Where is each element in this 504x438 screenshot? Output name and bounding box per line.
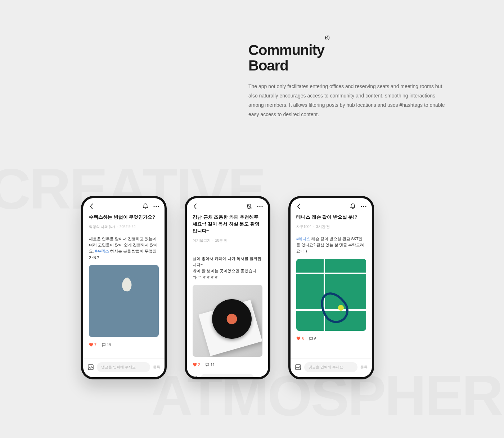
phone-mockups: 수펙스하는 방법이 무엇인가요? 익명의 사과 (나)·2022.9.24 새로… [81,196,374,379]
svg-point-5 [257,206,258,207]
post-time: 2022.9.24 [120,225,136,229]
page-title: Community(4) Board [248,42,450,73]
post-time: 20분 전 [215,238,228,242]
title-superscript: (4) [325,35,329,40]
post-meta: 익명의 사과 (나)·2022.9.24 [89,224,159,229]
heart-icon [89,343,93,347]
comment-bar: 댓글을 입력해 주세요. 등록 [83,358,165,377]
heading-block: Community(4) Board The app not only faci… [248,42,450,119]
comment-icon [205,362,210,367]
post-time: 3시간 전 [316,225,330,229]
post-title: 테니스 레슨 같이 받으실 분!? [296,214,366,221]
phone-mockup: 수펙스하는 방법이 무엇인가요? 익명의 사과 (나)·2022.9.24 새로… [81,196,167,379]
post-body: 날이 좋아서 카페에 나가 독서를 할까합니다~ 밖이 잘 보이는 곳이였으면 … [193,250,262,281]
phone-screen: 수펙스하는 방법이 무엇인가요? 익명의 사과 (나)·2022.9.24 새로… [83,198,165,377]
top-bar [187,198,268,213]
bell-off-icon [246,203,252,210]
like-button[interactable]: 2 [193,362,200,367]
more-button[interactable] [257,203,263,210]
svg-point-7 [262,206,263,207]
post-author: 익명의 사과 (나) [89,225,115,229]
image-icon [87,364,94,370]
comment-count: 19 [107,343,111,347]
comment-icon [102,343,106,347]
like-button[interactable]: 7 [89,343,96,347]
attach-image-button[interactable] [295,364,301,370]
comment-button[interactable]: 6 [309,337,316,341]
post-reactions: 2 11 [193,360,262,370]
post-content: 테니스 레슨 같이 받으실 분!? 자두1004·3시간 전 #테니스 레슨 같… [291,213,372,344]
chevron-left-icon [193,204,197,209]
submit-button[interactable]: 등록 [360,365,368,370]
svg-point-11 [365,206,366,207]
hashtag-link[interactable]: #테니스 [296,237,310,241]
image-icon [191,375,198,377]
svg-point-2 [158,206,159,207]
back-button[interactable] [88,203,95,210]
post-image[interactable] [193,285,262,357]
post-meta: 자두1004·3시간 전 [296,224,366,229]
more-horizontal-icon [361,206,366,207]
like-count: 8 [302,337,304,341]
notification-button[interactable] [350,203,356,210]
more-button[interactable] [360,203,367,210]
comment-count: 6 [314,337,316,341]
more-horizontal-icon [257,206,263,207]
notification-button[interactable] [142,203,149,210]
notification-off-button[interactable] [246,203,252,210]
comment-count: 11 [211,362,215,367]
top-bar [83,198,165,213]
svg-point-10 [363,206,364,207]
like-count: 2 [198,362,200,367]
chevron-left-icon [90,204,93,209]
top-bar [291,198,372,213]
comment-bar: 댓글을 입력해 주세요. 등록 [291,358,372,377]
like-count: 7 [94,343,96,347]
svg-point-6 [260,206,261,207]
post-image[interactable] [89,265,159,337]
back-button[interactable] [296,203,302,210]
chevron-left-icon [297,204,301,209]
comment-bar: 댓글을 입력해 주세요. 등록 [187,370,268,377]
svg-rect-8 [192,376,197,377]
post-content: 수펙스하는 방법이 무엇인가요? 익명의 사과 (나)·2022.9.24 새로… [83,213,165,350]
comment-button[interactable]: 11 [205,362,215,367]
attach-image-button[interactable] [87,364,94,370]
svg-point-9 [361,206,362,207]
post-author: 이기물고기 [193,238,211,242]
post-content: 강남 근처 조용한 카페 추천해주세요~! 같이 독서 하실 분도 환영입니다~… [187,213,268,370]
post-body-pre: 날이 좋아서 카페에 나가 독서를 할까합니다~ 밖이 잘 보이는 곳이였으면 … [193,256,261,279]
like-button[interactable]: 8 [296,337,304,341]
hashtag-link[interactable]: #수펙스 [95,249,109,253]
submit-button[interactable]: 등록 [257,376,264,377]
phone-mockup: 테니스 레슨 같이 받으실 분!? 자두1004·3시간 전 #테니스 레슨 같… [288,196,374,379]
title-line2: Board [248,58,288,73]
title-line1: Community [248,42,324,58]
comment-input[interactable]: 댓글을 입력해 주세요. [304,362,357,372]
post-reactions: 8 6 [296,334,366,344]
post-body: #테니스 레슨 같이 받으실 판교 SKT인들 있나요? 관심 있는 분 댓글 … [296,236,366,255]
phone-screen: 테니스 레슨 같이 받으실 분!? 자두1004·3시간 전 #테니스 레슨 같… [291,198,372,377]
submit-button[interactable]: 등록 [153,365,160,370]
comment-button[interactable]: 19 [102,343,111,347]
page-description: The app not only facilitates entering of… [248,82,450,119]
bell-icon [350,203,356,210]
post-meta: 이기물고기·20분 전 [193,238,262,243]
post-body: 새로운 업무를 맡아서 진행하고 있는데, 여러 고민들이 많아 쉽게 진행되지… [89,236,159,261]
heart-icon [296,337,301,341]
bell-icon [143,203,148,210]
more-button[interactable] [153,203,159,210]
comment-icon [309,337,313,341]
comment-input[interactable]: 댓글을 입력해 주세요. [201,374,254,377]
svg-point-0 [154,206,155,207]
heart-icon [193,363,197,367]
svg-point-1 [156,206,157,207]
more-horizontal-icon [153,206,159,207]
post-image[interactable] [296,259,366,331]
post-title: 수펙스하는 방법이 무엇인가요? [89,214,159,221]
back-button[interactable] [192,203,198,210]
post-title: 강남 근처 조용한 카페 추천해주세요~! 같이 독서 하실 분도 환영입니다~ [193,214,262,234]
post-reactions: 7 19 [89,341,159,350]
attach-image-button[interactable] [191,375,198,377]
comment-input[interactable]: 댓글을 입력해 주세요. [97,362,150,372]
